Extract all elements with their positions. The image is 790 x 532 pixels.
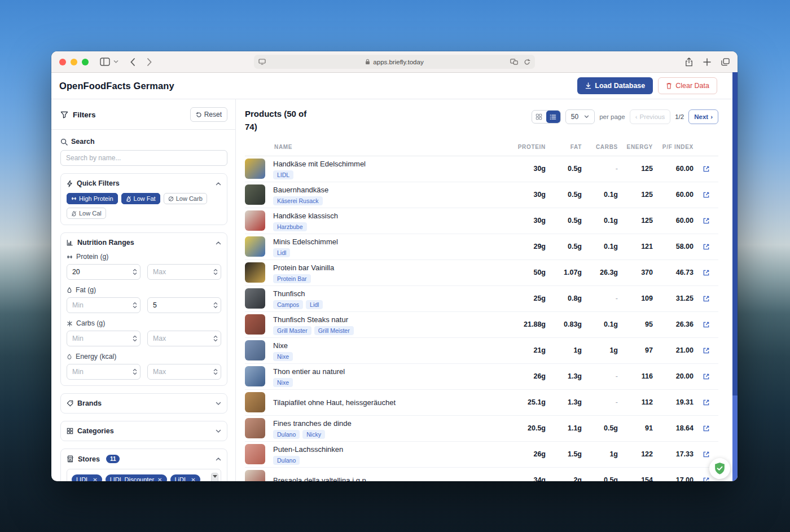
nutrition-ranges-header[interactable]: Nutrition Ranges xyxy=(67,239,221,247)
table-row[interactable]: Thunfisch Campos Lidl xyxy=(245,286,718,312)
energy-min-input[interactable] xyxy=(67,364,141,380)
forward-icon[interactable] xyxy=(147,58,152,67)
table-row[interactable]: Fines tranches de dinde Dulano Nicky xyxy=(245,416,718,442)
external-link-icon[interactable] xyxy=(694,425,718,432)
address-bar[interactable]: apps.briefly.today xyxy=(254,55,535,69)
external-link-icon[interactable] xyxy=(694,373,718,380)
close-window-button[interactable] xyxy=(59,59,66,65)
product-name: Thunfisch Steaks natur xyxy=(273,315,348,324)
load-database-button[interactable]: Load Database xyxy=(577,77,653,94)
chevron-up-icon[interactable] xyxy=(216,182,221,186)
stepper-icon[interactable] xyxy=(133,269,137,275)
quick-filters-header[interactable]: Quick Filters xyxy=(67,179,221,187)
table-row[interactable]: Puten-Lachsschinken Dulano 26g 1.5g xyxy=(245,442,718,468)
table-row[interactable]: Nixe Nixe 21g 1g 1g xyxy=(245,338,718,364)
product-name: Puten-Lachsschinken xyxy=(273,445,343,454)
external-link-icon[interactable] xyxy=(694,295,718,302)
chevron-down-icon[interactable] xyxy=(216,402,221,406)
clear-data-button[interactable]: Clear Data xyxy=(658,77,717,94)
table-row[interactable]: Tilapiafilet ohne Haut, heissgeräuchet 2… xyxy=(245,390,718,416)
remove-tag-icon[interactable]: ✕ xyxy=(93,477,97,482)
chevron-up-icon[interactable] xyxy=(216,457,221,461)
next-page-button[interactable]: Next › xyxy=(688,109,718,124)
stepper-icon[interactable] xyxy=(133,302,137,309)
store-tag[interactable]: LIDL✕ xyxy=(72,474,102,481)
toolbar-chevron-down-icon[interactable] xyxy=(113,60,118,64)
stepper-icon[interactable] xyxy=(213,336,218,342)
quick-filter-low-carb[interactable]: Low Carb xyxy=(164,193,207,204)
new-tab-icon[interactable] xyxy=(703,58,711,66)
page-scrollbar[interactable] xyxy=(732,72,738,481)
table-row[interactable]: Minis Edelschimmel Lidl 29g 0.5g xyxy=(245,234,718,260)
list-view-icon[interactable] xyxy=(546,111,560,123)
tabs-overview-icon[interactable] xyxy=(721,58,730,66)
external-link-icon[interactable] xyxy=(694,165,718,173)
table-row[interactable]: Bauernhandkäse Käserei Rusack 30g 0.5g xyxy=(245,182,718,208)
pf-index-value: 46.73 xyxy=(653,269,694,276)
external-link-icon[interactable] xyxy=(694,347,718,354)
external-link-icon[interactable] xyxy=(694,269,718,276)
external-link-icon[interactable] xyxy=(694,321,718,328)
stores-count-badge: 11 xyxy=(106,455,120,463)
protein-max-input[interactable] xyxy=(147,264,221,280)
external-link-icon[interactable] xyxy=(694,243,718,250)
table-row[interactable]: Handkäse klassisch Harzbube 30g 0.5g xyxy=(245,208,718,234)
app-header: OpenFoodFacts Germany Load Database Clea… xyxy=(51,73,738,99)
minimize-window-button[interactable] xyxy=(71,59,77,65)
tagbox-scrollbar[interactable] xyxy=(211,473,218,481)
external-link-icon[interactable] xyxy=(694,191,718,199)
remove-tag-icon[interactable]: ✕ xyxy=(191,477,195,482)
stepper-icon[interactable] xyxy=(213,369,218,375)
table-row[interactable]: Bresaola della valtellina i.g.p. 34g 2g … xyxy=(245,468,718,482)
stores-header[interactable]: Stores 11 xyxy=(67,455,221,463)
fat-max-input[interactable] xyxy=(147,297,221,313)
sidebar-toggle-icon[interactable] xyxy=(100,58,110,66)
stepper-icon[interactable] xyxy=(133,369,137,375)
reset-filters-button[interactable]: Reset xyxy=(190,107,227,122)
zoom-window-button[interactable] xyxy=(82,59,89,65)
store-tag[interactable]: LIDL Discounter✕ xyxy=(106,474,167,481)
quick-filter-low-fat[interactable]: Low Fat xyxy=(121,193,160,204)
external-link-icon[interactable] xyxy=(694,399,718,406)
translate-icon[interactable] xyxy=(510,59,518,65)
brand-pill: Lidl xyxy=(273,248,290,257)
search-input[interactable] xyxy=(60,150,227,166)
external-link-icon[interactable] xyxy=(694,451,718,458)
external-link-icon[interactable] xyxy=(694,217,718,225)
stepper-icon[interactable] xyxy=(213,302,218,309)
fat-min-input[interactable] xyxy=(67,297,141,313)
fat-value: 0.5g xyxy=(546,217,582,225)
chevron-down-icon[interactable] xyxy=(216,429,221,433)
adblock-extension-badge[interactable] xyxy=(709,458,730,479)
page-settings-icon[interactable] xyxy=(258,59,266,65)
protein-min-input[interactable] xyxy=(67,264,141,280)
brand-pill: Protein Bar xyxy=(273,274,311,283)
page-scrollbar-thumb[interactable] xyxy=(732,72,738,395)
table-row[interactable]: Protein bar Vainilla Protein Bar 50g 1 xyxy=(245,260,718,286)
product-name: Nixe xyxy=(273,341,288,350)
brands-header[interactable]: Brands xyxy=(67,399,221,407)
categories-header[interactable]: Categories xyxy=(67,427,221,435)
brand-pill: Nixe xyxy=(273,352,293,361)
carbs-min-input[interactable] xyxy=(67,331,141,346)
table-row[interactable]: Thon entier au naturel Nixe 26g 1.3g xyxy=(245,364,718,390)
per-page-select[interactable]: 50 xyxy=(565,109,595,124)
previous-page-button[interactable]: ‹ Previous xyxy=(630,109,671,124)
stepper-icon[interactable] xyxy=(213,269,218,275)
back-icon[interactable] xyxy=(130,58,135,67)
carbs-max-input[interactable] xyxy=(147,331,221,346)
share-icon[interactable] xyxy=(685,58,693,67)
stepper-icon[interactable] xyxy=(133,336,137,342)
table-row[interactable]: Thunfisch Steaks natur Grill Master Gril… xyxy=(245,312,718,338)
table-row[interactable]: Handkäse mit Edelschimmel LIDL 30g 0.5 xyxy=(245,156,718,182)
remove-tag-icon[interactable]: ✕ xyxy=(157,477,162,482)
grid-view-icon[interactable] xyxy=(532,111,546,123)
stores-card: Stores 11 LIDL✕ LIDL Discounter✕ L xyxy=(60,449,227,481)
product-name: Minis Edelschimmel xyxy=(273,238,338,246)
chevron-up-icon[interactable] xyxy=(216,241,221,245)
reload-icon[interactable] xyxy=(524,59,530,65)
store-tag[interactable]: LiDL✕ xyxy=(170,474,200,481)
quick-filter-low-cal[interactable]: Low Cal xyxy=(67,208,106,219)
quick-filter-high-protein[interactable]: High Protein xyxy=(67,193,118,204)
energy-max-input[interactable] xyxy=(147,364,221,380)
